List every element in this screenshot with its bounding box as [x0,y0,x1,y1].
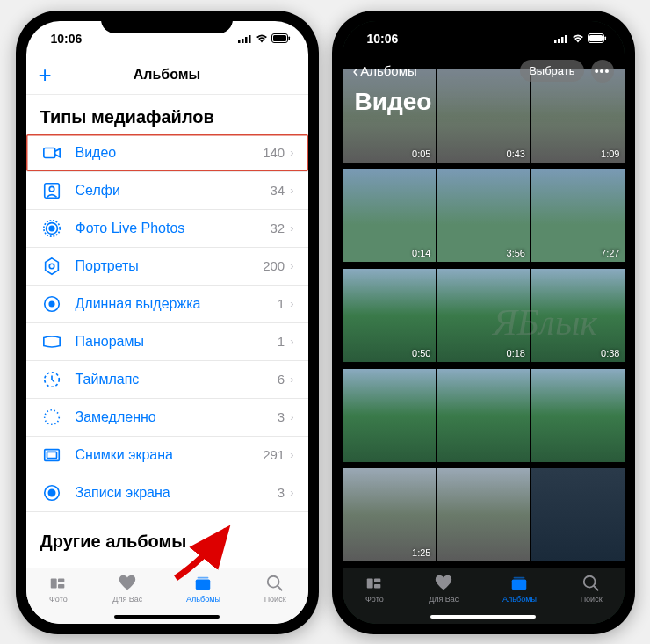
panorama-icon [40,332,63,351]
right-phone-frame: 10:06 ‹ Альбомы Выбрать ••• Видео 0: [332,11,635,634]
more-button[interactable]: ••• [591,60,614,83]
videos-screen: 10:06 ‹ Альбомы Выбрать ••• Видео 0: [343,21,625,624]
row-count: 34 [270,183,285,198]
list-row-import[interactable]: Импортированные114› [26,559,308,568]
list-row-record[interactable]: Записи экрана3› [26,474,308,512]
svg-rect-34 [565,35,567,43]
back-button[interactable]: ‹ Альбомы [353,61,417,81]
video-thumbnail[interactable] [531,369,625,462]
select-button[interactable]: Выбрать [520,60,583,82]
video-thumbnail[interactable]: 0:50 [343,269,436,362]
svg-rect-26 [58,583,64,588]
row-count: 291 [263,447,285,462]
portrait-icon [40,257,63,276]
tab-albums[interactable]: Альбомы [186,574,220,604]
row-label: Фото Live Photos [76,221,271,236]
list-row-panorama[interactable]: Панорамы1› [26,323,308,361]
tab-label: Альбомы [502,595,537,604]
notch [101,11,233,33]
tab-search[interactable]: Поиск [264,574,286,604]
video-thumbnail[interactable] [343,369,436,462]
tab-label: Поиск [581,595,603,604]
list-row-timelapse[interactable]: Таймлапс6› [26,361,308,399]
battery-icon [588,33,607,43]
video-thumbnail[interactable] [531,468,625,561]
tab-foryou[interactable]: Для Вас [429,574,459,604]
video-duration: 7:27 [601,248,619,258]
video-duration: 0:14 [412,248,430,258]
video-duration: 0:05 [412,148,430,159]
svg-line-30 [278,585,283,590]
list-row-selfie[interactable]: Селфи34› [26,172,308,210]
svg-rect-39 [374,578,380,582]
svg-rect-24 [51,578,57,588]
chevron-right-icon: › [290,448,293,461]
svg-rect-6 [273,35,286,41]
video-thumbnail[interactable] [437,468,530,561]
chevron-right-icon: › [290,221,293,235]
row-count: 1 [278,334,285,349]
tab-label: Для Вас [112,595,142,604]
video-duration: 0:43 [507,148,525,159]
section-media-types: Типы медиафайлов [26,95,308,134]
video-thumbnail[interactable]: 7:27 [531,169,625,262]
section-other-albums: Другие альбомы [26,512,308,559]
row-count: 1 [278,296,285,311]
list-row-exposure[interactable]: Длинная выдержка1› [26,286,308,323]
video-thumbnail[interactable] [437,369,530,462]
home-indicator[interactable] [114,615,220,619]
list-row-slowmo[interactable]: Замедленно3› [26,399,308,437]
chevron-left-icon: ‹ [353,61,359,81]
status-time: 10:06 [44,32,83,46]
wifi-icon [572,34,584,43]
tab-photos[interactable]: Фото [364,574,385,604]
overlay-header: 10:06 ‹ Альбомы Выбрать ••• Видео [343,21,625,125]
selfie-icon [40,181,63,200]
row-count: 3 [278,409,285,424]
svg-point-21 [48,489,54,496]
tab-albums[interactable]: Альбомы [502,574,537,604]
svg-point-17 [44,409,59,424]
svg-point-9 [49,186,54,192]
tab-search[interactable]: Поиск [581,574,603,604]
row-label: Замедленно [76,409,278,425]
row-label: Селфи [76,183,271,199]
svg-rect-42 [514,576,525,578]
list-row-video[interactable]: Видео140› [26,134,308,172]
albums-content[interactable]: Типы медиафайлов Видео140›Селфи34›Фото L… [26,95,308,568]
chevron-right-icon: › [290,410,293,423]
row-label: Таймлапс [76,372,278,387]
row-label: Видео [76,145,264,161]
live-icon [40,219,63,238]
row-count: 6 [278,372,285,387]
tab-foryou[interactable]: Для Вас [112,574,142,604]
video-duration: 0:38 [601,348,619,358]
chevron-right-icon: › [290,297,293,310]
nav-title: Альбомы [134,67,201,83]
video-thumbnail[interactable]: 0:38 [531,269,625,362]
video-thumbnail[interactable]: 3:56 [437,169,530,262]
exposure-icon [40,294,63,314]
tab-photos[interactable]: Фото [47,574,69,604]
row-label: Панорамы [76,334,278,350]
video-thumbnail[interactable]: 0:18 [437,269,530,362]
tab-label: Для Вас [429,595,459,604]
svg-rect-19 [47,452,56,458]
svg-rect-41 [512,579,527,590]
video-thumbnail[interactable]: 0:14 [343,169,436,262]
row-label: Длинная выдержка [76,296,278,312]
list-row-screenshot[interactable]: Снимки экрана291› [26,437,308,474]
home-indicator[interactable] [430,615,536,619]
list-row-live[interactable]: Фото Live Photos32› [26,210,308,248]
notch [417,11,549,33]
add-button[interactable]: + [39,62,52,88]
svg-rect-33 [561,37,564,43]
video-thumbnail[interactable]: 1:25 [343,468,436,561]
svg-rect-40 [374,583,380,588]
tab-label: Фото [49,595,68,604]
svg-rect-28 [198,576,209,578]
row-count: 3 [278,485,285,500]
albums-screen: 10:06 + Альбомы Типы медиафайлов Видео14… [26,21,308,624]
chevron-right-icon: › [290,486,293,499]
list-row-portrait[interactable]: Портреты200› [26,248,308,286]
